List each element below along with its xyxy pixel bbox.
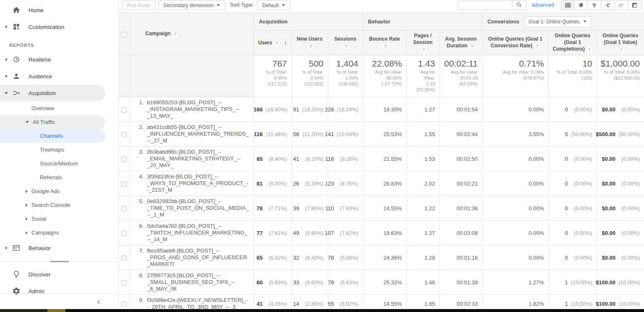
sidebar-item-customization[interactable]: Customization [0,18,118,35]
goal-value-cell: $0.00(0.00%) [597,147,644,171]
sessions-cell: 107(7.62%) [328,221,363,245]
table-row: 1. b168055253-[BLOG_POST]_--_INSTAGRAM_M… [119,97,644,122]
row-checkbox-cell [119,147,130,171]
sort-type-dropdown[interactable]: Default [257,0,290,10]
sidebar-item-channels[interactable]: Channels [0,129,105,143]
goal-conversion-rate-cell: 1.27% [482,270,548,295]
help-icon[interactable] [343,44,349,50]
comparison-view-button[interactable] [601,0,615,10]
goal-value-cell: $0.00(0.00%) [597,171,644,196]
percentage-view-button[interactable] [574,0,588,10]
search-icon [516,2,522,9]
sidebar-item-overview[interactable]: Overview [0,101,118,115]
sidebar-item-audience[interactable]: Audience [0,68,118,85]
sort-descending-icon[interactable] [284,39,287,46]
row-checkbox[interactable] [122,181,127,187]
goal-selector-dropdown[interactable]: Goal 1: Online Queries [524,16,591,27]
select-all-checkbox[interactable] [122,32,127,37]
sidebar-item-google-ads[interactable]: Google Ads [0,184,118,198]
view-switcher [561,0,641,10]
goal-completions-cell: 5(50.00%) [548,122,597,147]
sessions-column-header[interactable]: Sessions [328,31,363,55]
row-index: 2. [135,124,144,144]
row-checkbox-cell [119,122,130,147]
expand-icon [5,246,8,250]
sidebar-item-search-console[interactable]: Search Console [0,198,118,212]
summary-row: 767% of Total: 0.65% (117,212) 500% of T… [119,55,644,97]
campaign-cell: 4. 3f39d13fce-[BLOG_POST]_--_WAYS_TO_PRO… [130,171,254,196]
help-icon[interactable] [308,44,314,50]
conversions-group-header: Conversions Goal 1: Online Queries [482,13,644,31]
help-icon[interactable] [618,47,624,53]
goal-value-column-header[interactable]: Online Queries (Goal 1 Value) [597,31,644,55]
summary-goal-conversion-rate: 0.71%Avg for View: 0.09% (678.87%) [482,55,548,97]
table-view-icon [565,2,571,8]
new-users-cell: 56(11.20%) [291,122,328,147]
help-icon[interactable] [172,32,178,38]
term-cloud-view-button[interactable] [615,0,628,10]
sidebar-collapse-button[interactable] [95,298,103,306]
sidebar-item-referrals[interactable]: Referrals [0,170,118,184]
avg-session-duration-cell: 00:03:08 [439,221,482,245]
expand-icon [26,204,28,207]
users-cell: 65(6.42%) [254,245,291,270]
pages-session-cell: 1.53 [406,147,439,171]
expand-icon [5,58,8,61]
search-input[interactable] [458,0,512,10]
search-button[interactable] [512,0,527,10]
new-users-column-header[interactable]: New Users [291,31,328,55]
sessions-cell: 141(10.04%) [328,122,363,147]
campaigns-table: Campaign Acquisition Behavior Conversion… [119,13,644,312]
secondary-dimension-dropdown[interactable]: Secondary dimension [158,0,225,10]
pages-session-cell: 2.02 [406,171,439,196]
avg-session-duration-column-header[interactable]: Avg. Session Duration [439,31,482,55]
sidebar-item-social[interactable]: Social [0,212,118,226]
sidebar-item-discover[interactable]: Discover [0,266,118,283]
row-checkbox[interactable] [122,157,127,162]
help-icon[interactable] [587,47,592,53]
row-checkbox[interactable] [122,132,127,137]
campaign-cell: 1. b168055253-[BLOG_POST]_--_INSTAGRAM_M… [130,97,254,122]
performance-view-icon [591,2,597,8]
users-cell: 166(16.40%) [254,97,291,122]
row-checkbox[interactable] [122,107,127,113]
toolbar-right: advanced [458,0,641,10]
pages-session-column-header[interactable]: Pages / Session [406,31,439,55]
goal-completions-column-header[interactable]: Online Queries (Goal 1 Completions) [548,31,597,55]
sidebar-item-treemaps[interactable]: Treemaps [0,143,118,157]
chevron-down-icon [583,21,587,23]
sidebar-item-source-medium[interactable]: Source/Medium [0,157,118,170]
sidebar-footer [0,293,118,306]
goal-conversion-rate-column-header[interactable]: Online Queries (Goal 1 Conversion Rate) [482,31,548,55]
sidebar-item-acquisition[interactable]: Acquisition [0,85,105,101]
sidebar-item-realtime[interactable]: Realtime [0,51,118,68]
performance-view-button[interactable] [588,0,601,10]
users-column-header[interactable]: Users [254,31,291,55]
row-checkbox[interactable] [122,255,127,261]
row-checkbox-cell [119,245,130,270]
row-checkbox[interactable] [122,280,127,286]
row-index: 6. [135,223,144,243]
advanced-link[interactable]: advanced [532,2,554,8]
sidebar-resize-handle[interactable] [50,261,69,262]
help-icon[interactable] [534,44,540,50]
campaign-cell: 2. ab431cdb55-[BLOG_POST]_--_INFLUENCER_… [130,122,254,147]
row-checkbox[interactable] [122,206,127,211]
goal-value-cell: $100.00(10.00%) [597,270,644,295]
help-icon[interactable] [274,41,280,47]
help-icon[interactable] [382,44,388,50]
sidebar-item-home[interactable]: Home [0,2,118,18]
bounce-rate-column-header[interactable]: Bounce Rate [363,31,406,55]
table-view-button[interactable] [561,0,574,10]
row-checkbox[interactable] [122,231,127,236]
campaign-column-header[interactable]: Campaign [130,13,254,55]
sidebar-item-all-traffic[interactable]: All Traffic [0,115,105,129]
plot-rows-button[interactable]: Plot Rows [122,0,156,10]
sidebar-item-campaigns[interactable]: Campaigns [0,226,118,240]
sidebar-item-behavior[interactable]: Behavior [0,240,118,256]
pivot-view-button[interactable] [628,0,641,10]
row-checkbox-cell [119,221,130,245]
row-checkbox[interactable] [122,302,127,307]
help-icon[interactable] [469,44,475,50]
help-icon[interactable] [421,47,427,53]
